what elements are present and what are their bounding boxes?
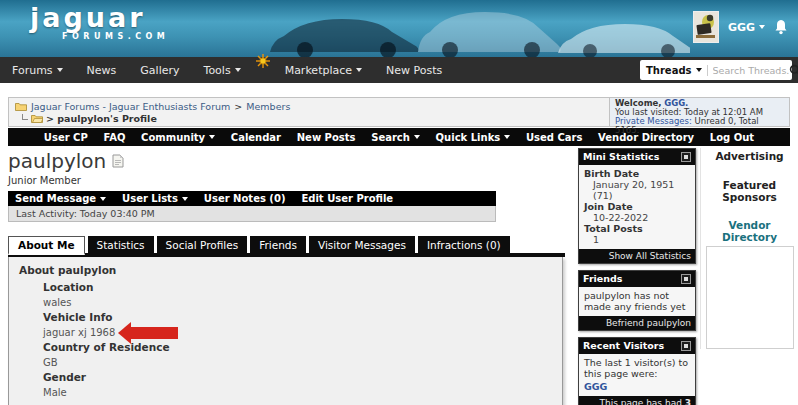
menu-label: FAQ [103, 132, 125, 143]
tab-social-profiles[interactable]: Social Profiles [157, 236, 248, 253]
user-title: Junior Member [8, 175, 565, 186]
nav-new-posts[interactable]: New Posts [386, 64, 442, 77]
page-icon[interactable] [112, 154, 124, 168]
visitor-link[interactable]: GGG [584, 381, 690, 392]
header-user-area: GGG [693, 11, 788, 43]
menu-label: User CP [44, 132, 88, 143]
about-fields: Location wales Vehicle Info jaguar xj 19… [43, 280, 552, 400]
user-notes-link[interactable]: User Notes (0) [204, 193, 286, 204]
menu-user-cp[interactable]: User CP [44, 132, 88, 143]
menu-label: Search [371, 132, 410, 143]
nav-label: Tools [204, 64, 231, 77]
red-arrow-annotation [131, 327, 178, 339]
tab-friends[interactable]: Friends [250, 236, 306, 253]
chevron-down-icon [182, 197, 188, 201]
header-username-menu[interactable]: GGG [728, 21, 765, 34]
edit-user-profile-link[interactable]: Edit User Profile [301, 193, 393, 204]
field-value-location: wales [43, 295, 552, 310]
tab-about-me[interactable]: About Me [8, 236, 85, 255]
featured-sponsors-heading: Featured Sponsors [701, 179, 798, 203]
field-value-vehicle-info: jaguar xj 1968 [43, 325, 552, 340]
stat-value-join-date: 10-22-2022 [584, 212, 690, 223]
nav-news[interactable]: News [87, 64, 117, 77]
profile-sidebar: Mini Statistics Birth Date January 20, 1… [578, 148, 696, 405]
user-lists-menu[interactable]: User Lists [122, 193, 188, 204]
breadcrumb-members-link[interactable]: Members [246, 101, 290, 112]
box-title: Recent Visitors [583, 340, 664, 351]
nav-forums[interactable]: Forums [12, 64, 63, 77]
menu-label: Quick Links [436, 132, 501, 143]
visit-count-prefix: This page has had [600, 398, 682, 405]
chevron-down-icon [414, 135, 420, 139]
visit-count: 3 [685, 398, 691, 405]
show-all-statistics-link[interactable]: Show All Statistics [579, 249, 695, 263]
chevron-down-icon [209, 135, 215, 139]
search-scope-label: Threads [646, 65, 692, 76]
stat-label-total-posts: Total Posts [584, 223, 690, 234]
collapse-icon[interactable] [681, 152, 691, 162]
chevron-down-icon [356, 68, 362, 72]
tab-visitor-messages[interactable]: Visitor Messages [309, 236, 415, 253]
mini-statistics-body: Birth Date January 20, 1951 (71) Join Da… [579, 165, 695, 249]
last-activity-bar: Last Activity: Today 03:40 PM [8, 206, 496, 222]
nav-marketplace[interactable]: Marketplace [285, 64, 362, 77]
site-logo-title: Jaguar [30, 3, 169, 33]
vendor-directory-link[interactable]: Vendor Directory [701, 219, 798, 243]
nav-label: News [87, 64, 117, 77]
nav-gallery[interactable]: Gallery [140, 64, 179, 77]
menu-quick-links[interactable]: Quick Links [436, 132, 511, 143]
field-value-gender: Male [43, 385, 552, 400]
open-folder-icon [31, 114, 43, 123]
search-input[interactable] [713, 65, 789, 76]
search-icon [789, 64, 798, 77]
chevron-down-icon [759, 25, 765, 29]
site-logo-subtitle: FORUMS.COM [62, 32, 169, 41]
tab-statistics[interactable]: Statistics [88, 236, 154, 253]
chevron-down-icon [100, 197, 106, 201]
recent-visitors-text: The last 1 visitor(s) to this page were: [584, 357, 690, 379]
menu-label: Calendar [231, 132, 281, 143]
profile-column: paulpylon Junior Member Send Message Use… [8, 146, 565, 405]
menu-faq[interactable]: FAQ [103, 132, 125, 143]
action-label: Send Message [15, 193, 96, 204]
nav-label: Gallery [140, 64, 179, 77]
header-username: GGG [728, 21, 755, 34]
avatar[interactable] [693, 11, 719, 43]
collapse-icon[interactable] [681, 274, 691, 284]
menu-calendar[interactable]: Calendar [231, 132, 281, 143]
action-label: User Notes (0) [204, 193, 286, 204]
nav-label: Forums [12, 64, 53, 77]
menu-community[interactable]: Community [141, 132, 215, 143]
welcome-box: Welcome, GGG. You last visited: Today at… [609, 98, 789, 126]
tab-infractions[interactable]: Infractions (0) [418, 236, 510, 253]
notifications-bell-icon[interactable] [774, 19, 788, 35]
avatar-image [694, 13, 718, 42]
menu-used-cars[interactable]: Used Cars [526, 132, 582, 143]
friends-header: Friends [579, 271, 695, 287]
friends-body: paulpylon has not made any friends yet [579, 287, 695, 316]
menu-label: Used Cars [526, 132, 582, 143]
chevron-down-icon [696, 68, 702, 72]
box-title: Mini Statistics [583, 151, 659, 162]
field-label-location: Location [43, 280, 552, 295]
breadcrumb-forum-link[interactable]: Jaguar Forums - Jaguar Enthusiasts Forum [31, 101, 230, 112]
menu-new-posts[interactable]: New Posts [297, 132, 356, 143]
search-scope-dropdown[interactable]: Threads [646, 65, 708, 76]
field-label-gender: Gender [43, 370, 552, 385]
breadcrumb-current: > paulpylon's Profile [46, 113, 157, 124]
search-button[interactable] [789, 64, 798, 77]
main-content: paulpylon Junior Member Send Message Use… [8, 146, 790, 374]
box-title: Friends [583, 273, 622, 284]
collapse-icon[interactable] [681, 341, 691, 351]
site-header: Jaguar FORUMS.COM GGG [0, 0, 798, 57]
nav-tools[interactable]: Tools [204, 64, 241, 77]
menu-search[interactable]: Search [371, 132, 420, 143]
menu-label: New Posts [297, 132, 356, 143]
stat-label-birth-date: Birth Date [584, 168, 690, 179]
chevron-down-icon [504, 135, 510, 139]
send-message-menu[interactable]: Send Message [15, 193, 106, 204]
befriend-link[interactable]: Befriend paulpylon [579, 316, 695, 330]
header-cars-image [150, 0, 690, 57]
site-logo[interactable]: Jaguar FORUMS.COM [30, 3, 169, 41]
sun-icon [256, 54, 270, 68]
